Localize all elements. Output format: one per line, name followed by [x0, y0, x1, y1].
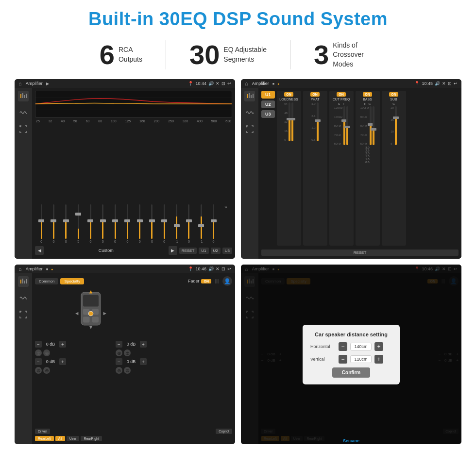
ch-sub-on[interactable]: ON	[389, 92, 398, 97]
stat-rca-number: 6	[100, 41, 115, 68]
eq-icon-1[interactable]	[18, 91, 29, 101]
eq-slider-10[interactable]: 0	[159, 204, 170, 243]
expand-icon-1[interactable]	[18, 124, 29, 134]
eq-slider-6[interactable]: 0	[110, 204, 120, 243]
eq-slider-12[interactable]: 0	[184, 204, 194, 243]
preset-user-3[interactable]: User	[67, 436, 80, 441]
svg-marker-23	[89, 326, 92, 329]
vol-fr-plus[interactable]: +	[140, 341, 147, 348]
ch-phat-slider[interactable]: 3.02.11.30.5	[311, 102, 318, 141]
screen3-fader-body: Common Specialty Fader ON ||| 👤 −	[32, 273, 235, 444]
screen2-time: 10:45	[422, 81, 433, 86]
ch-bass-on[interactable]: ON	[363, 92, 372, 97]
spk-icons-right2: ◎ ◎	[116, 367, 147, 374]
preset-copilot-3[interactable]: Copilot	[216, 429, 232, 434]
expand-icon-3[interactable]	[18, 309, 29, 320]
eq-u1-btn[interactable]: U1	[199, 248, 208, 254]
fader-left-vols: − 0 dB + ◎ ◎ − 0 dB +	[35, 288, 66, 427]
eq-prev-btn[interactable]: ◀	[35, 246, 44, 255]
home-icon-2[interactable]: ⌂	[245, 81, 248, 86]
vol-rr-plus[interactable]: +	[140, 358, 147, 365]
tab-specialty-3[interactable]: Specialty	[60, 278, 84, 284]
ch-u2-btn[interactable]: U2	[261, 100, 275, 108]
ch-loudness-slider[interactable]: 644832160	[284, 102, 293, 141]
preset-rearleft-3[interactable]: RearLeft	[35, 436, 54, 441]
vol-fr-minus[interactable]: −	[116, 341, 122, 348]
eq-slider-4[interactable]: 0	[85, 204, 96, 243]
vol-rl-plus[interactable]: +	[59, 358, 66, 365]
screen1-title: Amplifier	[26, 81, 43, 86]
svg-rect-14	[26, 279, 27, 283]
wave-icon-2[interactable]	[244, 107, 255, 118]
dialog-confirm-btn[interactable]: Confirm	[332, 367, 370, 378]
dialog-vertical-plus[interactable]: +	[374, 355, 383, 364]
dialog-horizontal-minus[interactable]: −	[339, 342, 347, 351]
eq-u2-btn[interactable]: U2	[211, 248, 221, 254]
eq-u3-btn[interactable]: U3	[222, 248, 232, 254]
window-icon-1[interactable]: ⊡	[221, 81, 225, 86]
ch-u1-btn[interactable]: U1	[261, 91, 275, 99]
home-icon-3[interactable]: ⌂	[18, 266, 22, 272]
wave-icon-3[interactable]	[18, 293, 29, 303]
tab-common-3[interactable]: Common	[35, 278, 58, 284]
back-icon-1[interactable]: ↩	[227, 81, 231, 86]
x-icon-2[interactable]: ✕	[442, 81, 446, 86]
screen2-title: Amplifier	[252, 81, 269, 86]
ch-sub-slider[interactable]: 2015105	[391, 106, 397, 145]
vol-fl-minus[interactable]: −	[35, 341, 42, 348]
vol-fl-plus[interactable]: +	[59, 341, 66, 348]
eq-icon-2[interactable]	[244, 91, 255, 101]
ch-phat-on[interactable]: ON	[310, 92, 320, 97]
vol-rl-minus[interactable]: −	[35, 358, 42, 365]
preset-driver-3[interactable]: Driver	[35, 429, 50, 434]
back-icon-3[interactable]: ↩	[227, 266, 231, 271]
eq-slider-9[interactable]: 0	[147, 204, 157, 243]
fader-on-btn-3[interactable]: ON	[201, 279, 211, 283]
eq-slider-1[interactable]: 0	[48, 204, 59, 243]
stat-rca-desc: RCA Outputs	[119, 45, 142, 64]
eq-bottom-bar: ◀ Custom ▶ RESET U1 U2 U3	[35, 245, 232, 256]
svg-rect-1	[22, 93, 23, 98]
eq-slider-0[interactable]: 0	[36, 204, 47, 243]
play-icon-1[interactable]: ▶	[46, 82, 49, 86]
eq-scroll-right[interactable]: »	[221, 204, 231, 243]
expand-icon-2[interactable]	[244, 124, 255, 134]
eq-slider-8[interactable]: 0	[135, 204, 145, 243]
eq-icon-3[interactable]	[18, 276, 29, 287]
location-icon-1: 📍	[188, 81, 193, 86]
person-icon-3[interactable]: 👤	[222, 276, 232, 286]
eq-next-btn[interactable]: ▶	[169, 246, 177, 255]
status-icons-3: 📍 10:46 🔊 ✕ ⊡ ↩	[188, 266, 231, 271]
ch-u3-btn[interactable]: U3	[261, 110, 275, 118]
ch-strip-sub: ON SUB G 2015105	[382, 91, 406, 246]
eq-slider-7[interactable]: 0	[122, 204, 133, 243]
dialog-vertical-minus[interactable]: −	[339, 355, 347, 364]
svg-marker-25	[103, 312, 106, 315]
ch-bass-slider[interactable]: 100Hz90Hz80Hz70Hz60Hz	[360, 106, 374, 145]
back-icon-2[interactable]: ↩	[454, 81, 458, 86]
eq-reset-btn[interactable]: RESET	[179, 248, 197, 254]
amp-reset-btn[interactable]: RESET	[261, 249, 459, 256]
home-icon-1[interactable]: ⌂	[18, 81, 22, 86]
x-icon-1[interactable]: ✕	[216, 81, 220, 86]
window-icon-3[interactable]: ⊡	[221, 266, 225, 271]
eq-slider-14[interactable]: 0	[208, 204, 219, 243]
vol-row-rr: − 0 dB +	[116, 358, 147, 365]
eq-slider-3[interactable]: 5	[73, 204, 84, 243]
eq-slider-11[interactable]: -1	[171, 204, 182, 243]
eq-slider-13[interactable]: -1	[196, 204, 206, 243]
window-icon-2[interactable]: ⊡	[448, 81, 452, 86]
vol-rr-minus[interactable]: −	[116, 358, 122, 365]
x-icon-3[interactable]: ✕	[216, 266, 220, 271]
eq-slider-2[interactable]: 0	[61, 204, 71, 243]
dialog-horizontal-plus[interactable]: +	[374, 342, 383, 351]
preset-rearright-3[interactable]: RearRight	[81, 436, 102, 441]
ch-loudness-on[interactable]: ON	[284, 92, 293, 97]
ch-cutfreq-slider[interactable]: 125Hz100Hz80Hz70Hz60Hz	[334, 106, 348, 145]
spk-fr2-icon: ◎	[124, 349, 131, 356]
preset-all-3[interactable]: All	[55, 436, 65, 441]
eq-slider-5[interactable]: 0	[98, 204, 108, 243]
ch-cutfreq-on[interactable]: ON	[337, 92, 346, 97]
svg-rect-7	[247, 94, 248, 98]
wave-icon-1[interactable]	[18, 107, 29, 118]
